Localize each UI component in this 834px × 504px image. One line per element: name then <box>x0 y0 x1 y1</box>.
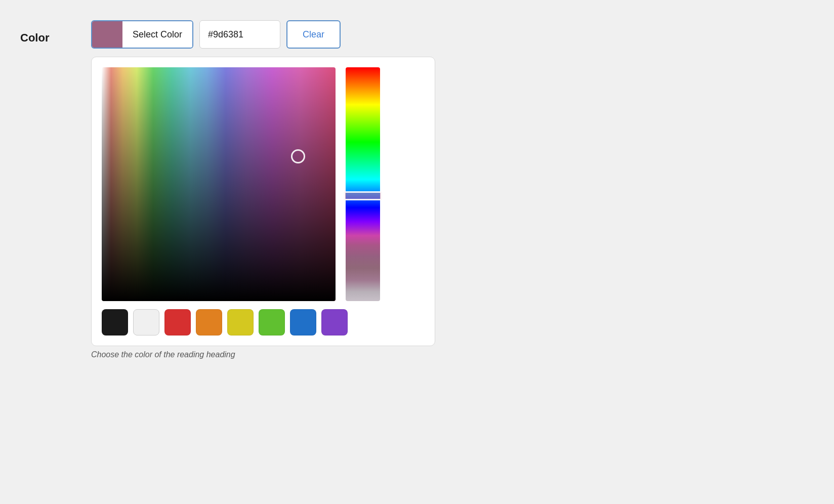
gradient-bg <box>102 67 336 301</box>
hex-input[interactable] <box>199 20 280 49</box>
picker-row <box>102 67 425 301</box>
swatch-yellow[interactable] <box>227 309 254 335</box>
hint-text: Choose the color of the reading heading <box>91 350 235 359</box>
color-preview-swatch <box>92 21 122 48</box>
saturation-brightness-area[interactable] <box>102 67 336 301</box>
swatch-blue[interactable] <box>290 309 316 335</box>
page-container: Color Select Color Clear <box>20 20 814 359</box>
swatch-orange[interactable] <box>196 309 222 335</box>
clear-button[interactable]: Clear <box>286 20 341 49</box>
swatch-black[interactable] <box>102 309 128 335</box>
color-field-label: Color <box>20 31 61 45</box>
swatch-purple[interactable] <box>321 309 348 335</box>
swatch-white[interactable] <box>133 309 159 335</box>
select-color-button[interactable]: Select Color <box>91 20 193 49</box>
hue-thumb[interactable] <box>344 191 382 200</box>
swatches-row <box>102 309 425 335</box>
hue-slider[interactable] <box>346 67 380 301</box>
color-picker-section: Select Color Clear <box>91 20 435 359</box>
color-picker-popup <box>91 57 435 346</box>
select-color-label: Select Color <box>122 21 192 48</box>
swatch-green[interactable] <box>259 309 285 335</box>
hue-track <box>346 67 380 301</box>
top-controls: Select Color Clear <box>91 20 341 49</box>
swatch-red[interactable] <box>164 309 191 335</box>
